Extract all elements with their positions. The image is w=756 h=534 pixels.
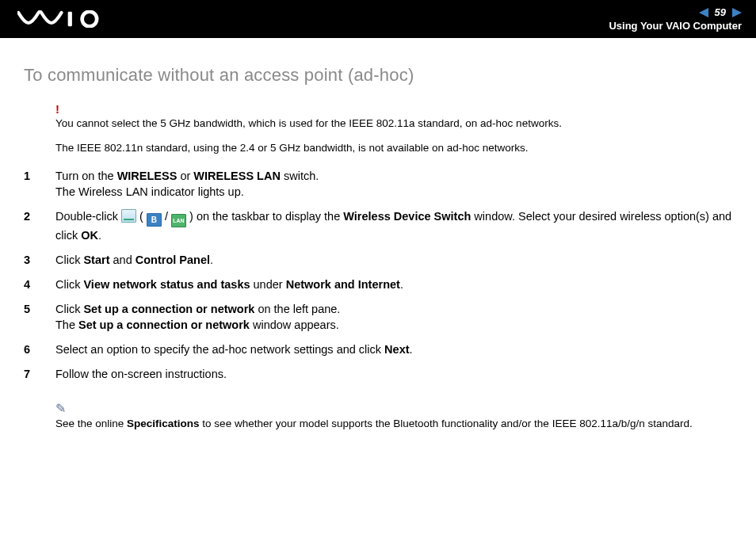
warning-note: ! You cannot select the 5 GHz bandwidth,… (55, 103, 732, 131)
step-3: 3 Click Start and Control Panel. (24, 252, 732, 268)
header-right: 59 Using Your VAIO Computer (609, 6, 742, 32)
prev-page-icon[interactable] (699, 8, 708, 17)
step-6: 6 Select an option to specify the ad-hoc… (24, 341, 732, 357)
svg-rect-0 (68, 12, 72, 27)
step-number: 4 (24, 277, 55, 292)
step-number: 6 (24, 341, 55, 357)
page-navigator: 59 (609, 6, 742, 18)
warning-icon: ! (55, 103, 732, 115)
step-5: 5 Click Set up a connection or network o… (24, 301, 732, 333)
step-body: Double-click ( B / LAN ) on the taskbar … (55, 208, 732, 243)
lan-tray-icon: LAN (171, 214, 186, 227)
step-7: 7 Follow the on-screen instructions. (24, 366, 732, 382)
step-2: 2 Double-click ( B / LAN ) on the taskba… (24, 208, 732, 243)
step-number: 7 (24, 366, 55, 382)
step-number: 3 (24, 252, 55, 268)
step-body: Select an option to specify the ad-hoc n… (55, 341, 732, 357)
step-1: 1 Turn on the WIRELESS or WIRELESS LAN s… (24, 168, 732, 200)
document-page: 59 Using Your VAIO Computer To communica… (0, 0, 756, 534)
vaio-logo (17, 10, 105, 28)
info-text: The IEEE 802.11n standard, using the 2.4… (55, 142, 732, 154)
step-number: 2 (24, 208, 55, 224)
tip-text: See the online Specifications to see whe… (55, 418, 732, 429)
page-number: 59 (715, 6, 726, 18)
warning-text: You cannot select the 5 GHz bandwidth, w… (55, 116, 732, 131)
steps-list: 1 Turn on the WIRELESS or WIRELESS LAN s… (24, 168, 732, 382)
step-number: 5 (24, 301, 55, 317)
svg-point-1 (82, 12, 97, 27)
network-tray-icon (121, 209, 136, 223)
step-body: Click Start and Control Panel. (55, 252, 732, 268)
step-body: Follow the on-screen instructions. (55, 366, 732, 382)
section-title: Using Your VAIO Computer (609, 20, 742, 32)
page-title: To communicate without an access point (… (24, 65, 732, 86)
step-body: Click View network status and tasks unde… (55, 277, 732, 292)
step-number: 1 (24, 168, 55, 184)
bluetooth-tray-icon: B (147, 213, 162, 227)
step-body: Turn on the WIRELESS or WIRELESS LAN swi… (55, 168, 732, 200)
page-header: 59 Using Your VAIO Computer (0, 0, 756, 38)
step-4: 4 Click View network status and tasks un… (24, 277, 732, 292)
next-page-icon[interactable] (732, 8, 742, 17)
note-icon: ✎ (55, 401, 732, 416)
step-body: Click Set up a connection or network on … (55, 301, 732, 333)
tip-note: ✎ See the online Specifications to see w… (55, 401, 732, 429)
page-content: To communicate without an access point (… (0, 38, 756, 429)
